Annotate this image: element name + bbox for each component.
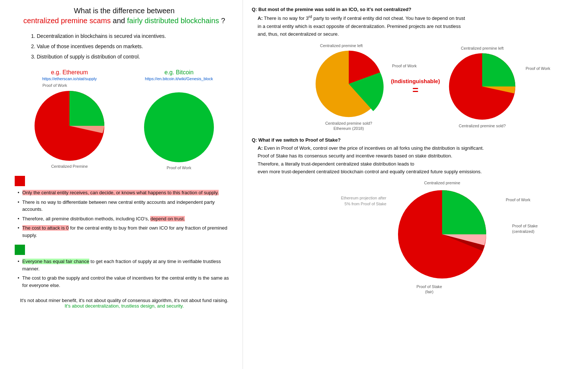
q1-bold: Q: But most of the premine was sold in a…: [252, 7, 411, 12]
bitcoin-pie-chart: [142, 91, 216, 164]
red-highlight-4: The cost to attack is 0: [22, 225, 69, 231]
qa-block-2: Q: What if we switch to Proof of Stake? …: [252, 137, 579, 176]
indistinguishable-label: (Indistinguishable): [391, 78, 440, 84]
a2-line1: A: Even in Proof of Work, control over t…: [258, 144, 579, 152]
comparison-right-pie: [447, 52, 517, 121]
red-highlight-3: depend on trust.: [150, 216, 185, 221]
chart1-bottom-label: Centralized premine sold?: [325, 121, 372, 125]
ethereum-chart: e.g. Ethereum https://etherscan.io/stat/…: [33, 69, 106, 168]
subtitle-and: and: [113, 17, 127, 25]
answer-2: A: Even in Proof of Work, control over t…: [252, 144, 579, 176]
qa-block-1: Q: But most of the premine was sold in a…: [252, 7, 579, 38]
comparison-left-pie-container: Proof of Work: [314, 49, 384, 120]
equals-sign: =: [412, 84, 418, 96]
comparison-right-pie-container: Proof of Work: [447, 52, 517, 123]
a1-line3: and, thus, not decentralized or secure.: [258, 30, 579, 38]
a2-line3: Therefore, a literally trust-dependent c…: [258, 160, 579, 168]
green-bullet-list: Everyone has equal fair chance to get ea…: [15, 258, 234, 289]
projection-label: Ethereum projection after5% from Proof o…: [341, 195, 387, 207]
numbered-list: Decentralization in blockchains is secur…: [15, 31, 234, 62]
red-bullet-3-text: Therefore, all premine distribution meth…: [22, 215, 185, 223]
red-bullet-3: Therefore, all premine distribution meth…: [18, 215, 234, 223]
bottom-pie-left-label: Ethereum projection after5% from Proof o…: [341, 181, 387, 207]
chart1-eth-label: Ethereum (2018): [334, 126, 364, 131]
a2-line2: Proof of Stake has its consensus securit…: [258, 152, 579, 160]
question-1: Q: But most of the premine was sold in a…: [252, 7, 579, 12]
green-highlight-1: Everyone has equal fair chance: [22, 259, 89, 264]
ethereum-chart-title: e.g. Ethereum: [51, 69, 88, 76]
a1-line2: in a central entity which is exact oppos…: [258, 22, 579, 30]
comparison-left-chart: Centralized premine left Proof of Work C…: [314, 43, 384, 131]
bitcoin-chart-link: https://en.bitcoin.it/wiki/Genesis_block: [145, 77, 213, 81]
charts-row: e.g. Ethereum https://etherscan.io/stat/…: [15, 69, 234, 170]
ethereum-pow-label: Proof of Work: [42, 83, 67, 88]
page-title: What is the difference between: [15, 7, 234, 15]
chart1-right-label: Proof of Work: [392, 64, 417, 68]
red-bullet-4: The cost to attack is 0 for the central …: [18, 224, 234, 239]
bottom-pie-top-label: Centralized premine: [424, 181, 460, 185]
green-bullet-2: The cost to grab the supply and control …: [18, 274, 234, 289]
page-subtitle: centralized premine scams and fairly dis…: [15, 17, 234, 25]
ethereum-premine-label: Centralized Premine: [51, 164, 88, 168]
chart2-bottom-label: Centralized premine sold?: [459, 124, 506, 128]
red-bullet-2-text: There is no way to differentiate between…: [22, 199, 234, 213]
ethereum-pie-chart: [33, 89, 106, 163]
bottom-pie-section: Ethereum projection after5% from Proof o…: [252, 181, 579, 283]
q2-bold: Q: What if we switch to Proof of Stake?: [252, 137, 341, 143]
chart1-top-label: Centralized premine left: [320, 43, 363, 48]
pow-label-right: Proof of Work: [506, 198, 530, 202]
red-bullet-4-text: The cost to attack is 0 for the central …: [22, 224, 234, 239]
subtitle-q: ?: [221, 17, 225, 25]
bottom-note: It's not about miner benefit, it's not a…: [15, 298, 234, 303]
green-bullet-1-text: Everyone has equal fair chance to get ea…: [22, 258, 234, 272]
bitcoin-chart: e.g. Bitcoin https://en.bitcoin.it/wiki/…: [142, 69, 216, 170]
chart2-right-label: Proof of Work: [526, 66, 550, 71]
question-2: Q: What if we switch to Proof of Stake?: [252, 137, 579, 143]
chart2-top-label: Centralized premine left: [461, 46, 503, 50]
red-bullet-1: Only the central entity receives, can de…: [18, 189, 234, 196]
red-bullet-2: There is no way to differentiate between…: [18, 199, 234, 213]
pos-centralized-label: Proof of Stake(centralized): [512, 223, 538, 234]
red-indicator-box: [15, 176, 25, 186]
red-bullet-list: Only the central entity receives, can de…: [15, 189, 234, 239]
pos-fair-label: Proof of Stake(fair): [416, 284, 442, 295]
ethereum-chart-link: https://etherscan.io/stat/supply: [42, 77, 97, 81]
bitcoin-pow-label: Proof of Work: [166, 166, 191, 170]
green-bullet-1: Everyone has equal fair chance to get ea…: [18, 258, 234, 272]
comparison-section: Centralized premine left Proof of Work C…: [252, 43, 579, 131]
equals-section: (Indistinguishable) =: [391, 78, 440, 96]
a1-line1: A: There is no way for 3rd party to veri…: [258, 14, 579, 22]
bottom-pie-chart-container: Centralized premine Proof of Work: [394, 181, 490, 283]
list-item: Distribution of supply is distribution o…: [37, 52, 234, 62]
bottom-pie-svg-wrapper: Proof of Work Proof of Stake(centralized…: [394, 187, 490, 283]
comparison-left-pie: [314, 49, 384, 119]
subtitle-red: centralized premine scams: [23, 17, 111, 25]
answer-1: A: There is no way for 3rd party to veri…: [252, 14, 579, 38]
green-bullet-2-text: The cost to grab the supply and control …: [22, 274, 234, 289]
bottom-pie-svg: [394, 187, 490, 282]
comparison-right-chart: Centralized premine left Proof of Work C…: [447, 46, 517, 128]
a2-line4: even more trust-dependent centralized bl…: [258, 168, 579, 175]
red-highlight-1: Only the central entity receives, can de…: [22, 190, 219, 195]
list-item: Decentralization in blockchains is secur…: [37, 31, 234, 41]
bitcoin-chart-title: e.g. Bitcoin: [164, 69, 193, 76]
list-item: Value of those incentives depends on mar…: [37, 41, 234, 52]
bottom-green: It's about decentralization, trustless d…: [15, 303, 234, 309]
green-indicator-box: [15, 245, 25, 255]
subtitle-green: fairly distributed blockchains: [127, 17, 219, 25]
svg-point-1: [144, 92, 214, 162]
